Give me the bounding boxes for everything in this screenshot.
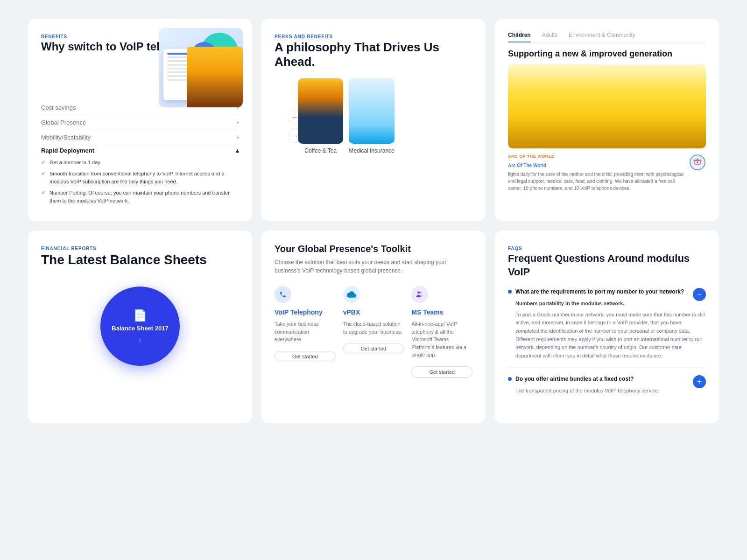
faq-answer-1: Numbers portability in the modulus netwo… (508, 300, 706, 360)
voip-icon (275, 286, 291, 303)
svg-rect-3 (693, 160, 702, 161)
check-icon-3: ✓ (41, 189, 46, 196)
org-footer: ARC Of The World Arc Of The World fights… (508, 154, 706, 192)
doc-line-3 (167, 60, 188, 62)
arc-logo-svg (689, 154, 706, 171)
rapid-deployment-content: ✓ Get a number in 1 day. ✓ Smooth transi… (41, 159, 239, 205)
service-voip: VoIP Telephony Take your business commun… (275, 286, 336, 377)
org-logo (689, 154, 706, 171)
checklist-item-2: ✓ Smooth transition from conventional te… (41, 170, 239, 185)
check-icon-1: ✓ (41, 159, 46, 166)
faq-question-2: Do you offer airtime bundles at a fixed … (508, 375, 706, 383)
perks-category-label: PERKS AND BENEFITS (275, 34, 333, 39)
faq-q-text-1: What are the requirements to port my num… (515, 288, 706, 296)
child-image (508, 64, 706, 148)
checklist-text-1: Get a number in 1 day. (49, 159, 101, 167)
person-image (187, 47, 243, 107)
faq-dot-1 (508, 290, 512, 294)
svg-point-4 (417, 292, 420, 294)
faq-title: Frequent Questions Around modulus VoIP (508, 252, 706, 279)
org-label: ARC Of The World (508, 154, 689, 159)
balance-circle-container: 📄 Balance Sheet 2017 ↓ (41, 277, 239, 375)
accordion-global-presence[interactable]: Global Presence ▾ (41, 115, 239, 130)
medical-photo (349, 78, 394, 144)
mobility-label: Mobility/Scalability (41, 134, 91, 141)
chevron-icon: ▾ (237, 135, 239, 140)
faq-question-1: What are the requirements to port my num… (508, 288, 706, 296)
financial-category-label: FINANCIAL REPORTS (41, 246, 96, 251)
toolkit-title: Your Global Presence's Toolkit (275, 244, 472, 254)
toolkit-card: Your Global Presence's Toolkit Choose th… (261, 231, 486, 423)
perk-coffee-label: Coffee & Tea (304, 147, 337, 154)
tab-environment[interactable]: Environment & Community (569, 32, 635, 42)
voip-title: VoIP Telephony (275, 308, 336, 316)
tab-adults[interactable]: Adults (542, 32, 557, 42)
checklist-item-3: ✓ Number Porting: Of course, you can mai… (41, 189, 239, 204)
org-desc: fights daily for the care of the mother … (508, 171, 689, 192)
rapid-deployment-header[interactable]: Rapid Deployment ▴ (41, 147, 239, 154)
svg-point-5 (420, 292, 422, 293)
benefits-category-label: BENEFITS (41, 34, 67, 39)
benefits-card: BENEFITS Why switch to VoIP telephony? (28, 19, 252, 221)
faq-dot-2 (508, 377, 512, 381)
teams-title: MS Teams (411, 308, 472, 316)
financial-card: FINANCIAL REPORTS The Latest Balance She… (28, 231, 252, 423)
accordion-mobility[interactable]: Mobility/Scalability ▾ (41, 130, 239, 145)
teams-desc: All-in-one-app! VoIP telephony & all the… (411, 320, 472, 359)
faq-answer-heading-1: Numbers portability in the modulus netwo… (515, 300, 706, 308)
org-info: ARC Of The World Arc Of The World fights… (508, 154, 689, 192)
perk-medical-label: Medical Insurance (349, 147, 394, 154)
vpbx-icon (343, 286, 360, 303)
chevron-icon: ▾ (237, 120, 239, 125)
faq-category-label: FAQS (508, 246, 522, 251)
services-grid: VoIP Telephony Take your business commun… (275, 286, 472, 377)
faq-item-2: Do you offer airtime bundles at a fixed … (508, 375, 706, 402)
benefits-illustration (159, 28, 243, 107)
faq-item-1: What are the requirements to port my num… (508, 288, 706, 368)
vpbx-desc: The cloud-based solution to upgrade your… (343, 320, 404, 336)
doc-line-6 (167, 71, 188, 73)
vpbx-title: vPBX (343, 308, 404, 316)
faq-answer-body-1: To port a Greek number in our network, y… (515, 311, 706, 360)
perks-content: ← → Coffee & Tea Medical Insurance (275, 78, 472, 154)
children-title: Supporting a new & improved generation (508, 49, 706, 59)
teams-cta-button[interactable]: Get started (411, 366, 472, 378)
perks-card: PERKS AND BENEFITS A philosophy That Dri… (261, 19, 486, 221)
org-name: Arc Of The World (508, 163, 546, 168)
tab-bar: Children Adults Environment & Community (508, 32, 706, 42)
perk-medical-container: Medical Insurance (349, 78, 394, 154)
voip-cta-button[interactable]: Get started (275, 351, 336, 362)
perks-title: A philosophy That Drives Us Ahead. (275, 40, 472, 69)
global-presence-label: Global Presence (41, 119, 86, 126)
cost-savings-label: Cost savings (41, 104, 76, 111)
document-icon: 📄 (133, 309, 147, 322)
perk-coffee-image (298, 78, 343, 144)
accordion-container: Cost savings ▾ Global Presence ▾ Mobilit… (41, 100, 239, 205)
child-photo (508, 64, 706, 148)
checklist-text-3: Number Porting: Of course, you can maint… (49, 189, 239, 204)
faq-toggle-1[interactable]: − (693, 288, 706, 301)
financial-title: The Latest Balance Sheets (41, 252, 239, 268)
check-icon-2: ✓ (41, 170, 46, 177)
coffee-photo (298, 78, 343, 144)
tab-children[interactable]: Children (508, 32, 531, 42)
vpbx-cta-button[interactable]: Get started (343, 343, 404, 354)
perk-medical-image (349, 78, 394, 144)
faq-q-text-2: Do you offer airtime bundles at a fixed … (515, 375, 706, 383)
checklist-item-1: ✓ Get a number in 1 day. (41, 159, 239, 167)
teams-svg (415, 290, 424, 299)
faq-toggle-2[interactable]: + (693, 375, 706, 388)
perk-coffee-container: Coffee & Tea (298, 78, 343, 154)
checklist-text-2: Smooth transition from conventional tele… (49, 170, 239, 185)
chevron-up-icon: ▴ (236, 147, 239, 154)
svg-point-2 (697, 161, 698, 163)
balance-sheet-circle[interactable]: 📄 Balance Sheet 2017 ↓ (100, 287, 180, 366)
toolkit-subtitle: Choose the solution that best suits your… (275, 258, 472, 275)
children-card: Children Adults Environment & Community … (495, 19, 719, 221)
voip-desc: Take your business communication everywh… (275, 320, 336, 343)
download-icon: ↓ (139, 336, 142, 343)
rapid-deployment-label: Rapid Deployment (41, 147, 94, 154)
perks-image-grid: Coffee & Tea Medical Insurance (298, 78, 395, 154)
faq-answer-body-2: The transparent pricing of the modulus V… (515, 387, 706, 395)
phone-svg (278, 290, 288, 299)
